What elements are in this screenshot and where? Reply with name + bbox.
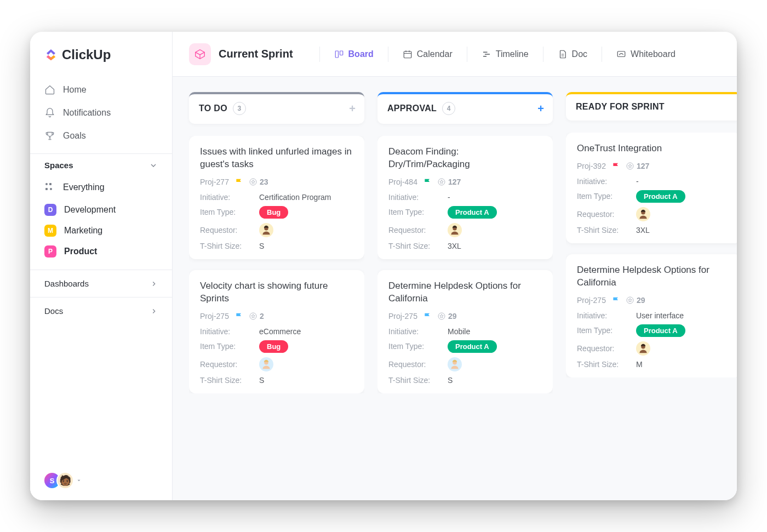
sidebar-item-goals[interactable]: Goals — [40, 126, 162, 146]
user-switcher[interactable]: S 🧑🏾 — [30, 464, 172, 500]
field-label: Requestor: — [200, 360, 259, 369]
space-color-icon: M — [44, 225, 56, 237]
sidebar-item-dashboards[interactable]: Dashboards — [30, 270, 172, 297]
project-id: Proj-484 — [388, 178, 417, 186]
item-type-chip: Bug — [259, 206, 288, 219]
field-value: Mobile — [448, 327, 470, 336]
sidebar-item-home[interactable]: Home — [40, 80, 162, 100]
sidebar-item-label: Marketing — [64, 226, 102, 236]
task-card[interactable]: Velocity chart is showing future Sprints… — [189, 270, 364, 393]
task-card[interactable]: Issues with linked unfurled images in gu… — [189, 136, 364, 259]
sidebar-space-product[interactable]: P Product — [40, 241, 162, 262]
card-meta: Proj-275 29 — [577, 296, 730, 305]
requestor-avatar — [636, 341, 650, 356]
item-type-chip: Product A — [448, 340, 497, 353]
view-tab-whiteboard[interactable]: Whiteboard — [614, 46, 678, 62]
chevron-down-icon — [149, 161, 158, 170]
card-meta: Proj-484 127 — [388, 178, 542, 186]
card-list: Issues with linked unfurled images in gu… — [189, 136, 364, 393]
field-value: - — [448, 193, 450, 202]
column-count: 4 — [442, 102, 455, 115]
field-label: T-Shirt Size: — [388, 376, 448, 385]
field-value: Certification Program — [259, 193, 331, 202]
sidebar-section-label: Spaces — [44, 161, 73, 170]
field-label: Item Type: — [200, 342, 259, 351]
task-card[interactable]: Deacom Finding: Dry/Trim/Packaging Proj-… — [377, 136, 553, 259]
sidebar-item-notifications[interactable]: Notifications — [40, 103, 162, 123]
field-label: Requestor: — [388, 226, 448, 234]
field-label: Item Type: — [388, 208, 448, 216]
column-header[interactable]: READY FOR SPRINT — [566, 92, 737, 121]
score-badge: 127 — [437, 178, 461, 186]
space-icon-product — [189, 43, 211, 65]
home-icon — [44, 84, 55, 95]
flag-icon — [611, 296, 620, 305]
field-label: Item Type: — [577, 192, 636, 201]
field-label: Item Type: — [388, 342, 448, 351]
view-tab-label: Board — [348, 49, 374, 59]
svg-point-0 — [45, 183, 48, 185]
space-color-icon: D — [44, 204, 56, 216]
column-header[interactable]: APPROVAL 4+ — [377, 92, 553, 124]
sidebar-item-everything[interactable]: Everything — [40, 178, 162, 197]
column-header[interactable]: TO DO 3+ — [189, 92, 364, 124]
person-icon — [261, 225, 272, 236]
view-tab-doc[interactable]: Doc — [556, 46, 589, 62]
sidebar-section-spaces[interactable]: Spaces — [30, 153, 172, 175]
flag-icon — [611, 162, 620, 170]
field-label: Initiative: — [388, 327, 448, 336]
timeline-icon — [482, 49, 491, 59]
calendar-icon — [403, 49, 413, 59]
item-type-chip: Product A — [636, 324, 685, 337]
brand-name: ClickUp — [62, 47, 111, 62]
person-icon — [449, 225, 460, 236]
item-type-chip: Bug — [259, 340, 288, 353]
task-card[interactable]: Determine Helpdesk Options for Californi… — [566, 254, 737, 377]
view-tab-timeline[interactable]: Timeline — [479, 46, 531, 62]
field-label: Initiative: — [200, 327, 259, 336]
project-id: Proj-275 — [388, 312, 417, 321]
field-label: Requestor: — [577, 210, 636, 219]
item-type-chip: Product A — [636, 190, 685, 203]
flag-icon — [423, 312, 432, 321]
brand-logo[interactable]: ClickUp — [30, 47, 172, 76]
sidebar-item-label: Docs — [44, 306, 63, 316]
sidebar-space-marketing[interactable]: M Marketing — [40, 220, 162, 241]
sidebar-item-label: Development — [64, 205, 116, 215]
project-id: Proj-392 — [577, 162, 606, 170]
task-card[interactable]: Determine Helpdesk Options for Californi… — [377, 270, 553, 393]
main-panel: Current Sprint Board Calendar Timeline D… — [173, 32, 737, 500]
flag-icon — [234, 178, 243, 186]
box-icon — [194, 48, 206, 60]
person-icon — [638, 209, 649, 220]
card-title: Deacom Finding: Dry/Trim/Packaging — [388, 146, 542, 171]
field-value: eCommerce — [259, 327, 301, 336]
card-meta: Proj-275 2 — [200, 312, 353, 321]
field-label: T-Shirt Size: — [200, 242, 259, 250]
svg-rect-1 — [49, 183, 51, 185]
avatar: 🧑🏾 — [56, 472, 74, 489]
spaces-list: Everything D DevelopmentM MarketingP Pro… — [30, 175, 172, 270]
sidebar-item-docs[interactable]: Docs — [30, 297, 172, 324]
task-card[interactable]: OneTrust Integration Proj-392 127 Initia… — [566, 133, 737, 243]
field-label: T-Shirt Size: — [200, 376, 259, 385]
view-tab-board[interactable]: Board — [332, 46, 376, 62]
add-card-button[interactable]: + — [349, 102, 356, 115]
view-tab-label: Doc — [572, 49, 587, 59]
field-value: S — [448, 376, 453, 385]
field-label: Requestor: — [577, 344, 636, 353]
add-card-button[interactable]: + — [537, 102, 544, 115]
sidebar-item-label: Product — [64, 247, 97, 256]
view-tab-calendar[interactable]: Calendar — [400, 46, 455, 62]
card-list: Deacom Finding: Dry/Trim/Packaging Proj-… — [377, 136, 553, 393]
field-label: Initiative: — [388, 193, 448, 202]
space-color-icon: P — [44, 245, 56, 258]
svg-rect-5 — [340, 51, 342, 55]
sidebar-space-development[interactable]: D Development — [40, 199, 162, 220]
star-icon — [249, 178, 257, 186]
field-label: Requestor: — [200, 226, 259, 234]
field-label: T-Shirt Size: — [577, 360, 636, 369]
board-column: READY FOR SPRINT OneTrust Integration Pr… — [566, 92, 737, 494]
sidebar-item-label: Home — [63, 85, 87, 95]
chevron-right-icon — [150, 280, 158, 288]
